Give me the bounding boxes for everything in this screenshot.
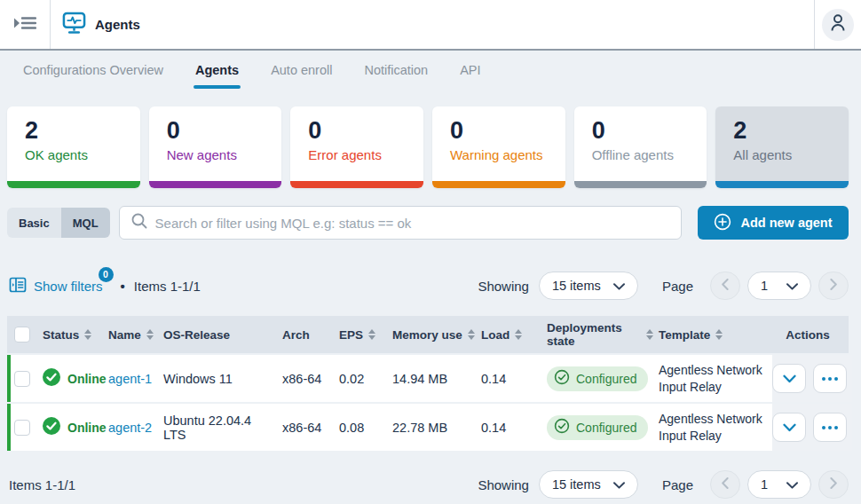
check-circle-icon — [554, 418, 570, 437]
sort-icon[interactable] — [84, 329, 91, 340]
card-offline-agents[interactable]: 0 Offline agents — [574, 106, 707, 188]
page-label: Page — [662, 477, 693, 492]
sidebar-expand-icon — [13, 14, 36, 35]
eps-cell: 0.08 — [339, 404, 392, 451]
col-template-header[interactable]: Template — [659, 328, 772, 342]
col-status-header[interactable]: Status — [43, 328, 108, 342]
tab-notification[interactable]: Notification — [348, 51, 444, 89]
card-accent-bar — [432, 181, 565, 188]
show-filters-label: Show filters — [34, 279, 103, 294]
select-all-checkbox[interactable] — [14, 327, 30, 343]
eps-cell: 0.02 — [339, 355, 392, 402]
check-circle-icon — [554, 369, 570, 388]
template-cell: Agentless Network Input Relay — [659, 362, 767, 396]
search-input[interactable] — [155, 216, 669, 231]
page-number-select[interactable]: 1 — [747, 470, 811, 499]
status-ok-icon — [43, 368, 60, 389]
card-new-agents[interactable]: 0 New agents — [149, 106, 282, 188]
row-checkbox[interactable] — [14, 371, 30, 387]
status-cards: 2 OK agents 0 New agents 0 Error agents … — [0, 89, 861, 188]
agent-name-link[interactable]: agent-1 — [108, 372, 152, 386]
os-release-cell: Windows 11 — [163, 355, 282, 402]
row-actions-menu-button[interactable] — [813, 364, 847, 393]
sort-icon[interactable] — [646, 329, 653, 340]
query-mode-toggle: Basic MQL — [7, 208, 110, 238]
search-icon — [131, 213, 147, 232]
expand-row-button[interactable] — [772, 413, 806, 442]
sort-icon[interactable] — [715, 329, 723, 340]
show-filters-button[interactable]: Show filters 0 — [9, 276, 103, 296]
tab-bar: Configurations Overview Agents Auto enro… — [0, 51, 861, 89]
sidebar-toggle-button[interactable] — [0, 0, 51, 49]
tab-auto-enroll[interactable]: Auto enroll — [255, 51, 348, 89]
col-deployments-state-header[interactable]: Deployments state — [547, 321, 659, 348]
add-new-agent-button[interactable]: Add new agent — [698, 206, 849, 240]
expand-row-button[interactable] — [772, 364, 806, 393]
memory-use-cell: 14.94 MB — [392, 355, 481, 402]
avatar — [822, 9, 854, 41]
arch-cell: x86-64 — [282, 355, 339, 402]
mql-mode-button[interactable]: MQL — [61, 208, 110, 238]
col-actions-header: Actions — [772, 328, 849, 342]
chevron-right-icon — [830, 279, 837, 293]
search-box — [119, 206, 682, 240]
card-accent-bar — [290, 181, 423, 188]
tab-configurations-overview[interactable]: Configurations Overview — [7, 51, 179, 89]
page-size-select[interactable]: 15 items — [539, 272, 638, 300]
page-label: Page — [662, 279, 693, 294]
template-cell: Agentless Network Input Relay — [659, 411, 767, 445]
showing-label: Showing — [478, 477, 529, 492]
card-count: 0 — [592, 117, 707, 145]
sort-icon[interactable] — [515, 329, 522, 340]
add-new-agent-label: Add new agent — [740, 216, 832, 230]
user-menu-button[interactable] — [814, 0, 861, 49]
os-release-cell: Ubuntu 22.04.4 LTS — [163, 404, 282, 451]
load-cell: 0.14 — [481, 355, 547, 402]
card-warning-agents[interactable]: 0 Warning agents — [432, 106, 565, 188]
tab-api[interactable]: API — [444, 51, 496, 89]
next-page-button[interactable] — [818, 470, 849, 499]
page-title: Agents — [95, 17, 140, 32]
card-accent-bar — [715, 181, 849, 188]
chevron-down-icon — [613, 477, 625, 492]
basic-mode-button[interactable]: Basic — [7, 208, 61, 238]
card-count: 0 — [308, 117, 423, 145]
card-ok-agents[interactable]: 2 OK agents — [7, 106, 140, 188]
row-checkbox[interactable] — [14, 420, 30, 436]
card-all-agents[interactable]: 2 All agents — [715, 106, 849, 188]
col-memory-use-header[interactable]: Memory use — [392, 328, 481, 342]
memory-use-cell: 22.78 MB — [392, 404, 481, 451]
tab-agents[interactable]: Agents — [179, 51, 255, 89]
chevron-down-icon — [786, 279, 798, 293]
filter-panel-icon — [9, 276, 27, 296]
page-size-select[interactable]: 15 items — [539, 470, 638, 499]
page-number-value: 1 — [761, 279, 768, 293]
card-label: All agents — [733, 147, 849, 162]
card-error-agents[interactable]: 0 Error agents — [290, 106, 423, 188]
prev-page-button[interactable] — [710, 470, 740, 499]
page-number-select[interactable]: 1 — [747, 272, 811, 300]
sort-icon[interactable] — [468, 329, 475, 340]
card-count: 2 — [733, 117, 849, 145]
card-count: 0 — [167, 117, 282, 145]
status-text: Online — [67, 421, 107, 435]
deployment-status-label: Configured — [576, 372, 637, 386]
page-number-value: 1 — [761, 477, 768, 492]
next-page-button[interactable] — [818, 272, 849, 300]
sort-icon[interactable] — [368, 329, 375, 340]
card-accent-bar — [149, 181, 282, 188]
items-summary: Items 1-1/1 — [134, 279, 201, 294]
app-head: Agents — [51, 0, 140, 49]
col-eps-header[interactable]: EPS — [339, 328, 392, 342]
agent-name-link[interactable]: agent-2 — [108, 421, 152, 435]
card-count: 0 — [450, 117, 565, 145]
col-load-header[interactable]: Load — [481, 328, 547, 342]
chevron-down-icon — [786, 477, 798, 492]
deployment-status-badge: Configured — [547, 366, 648, 391]
sort-icon[interactable] — [146, 329, 154, 340]
prev-page-button[interactable] — [710, 272, 740, 300]
load-cell: 0.14 — [481, 404, 547, 451]
deployment-status-label: Configured — [576, 421, 637, 435]
col-name-header[interactable]: Name — [108, 328, 163, 342]
row-actions-menu-button[interactable] — [813, 413, 847, 442]
